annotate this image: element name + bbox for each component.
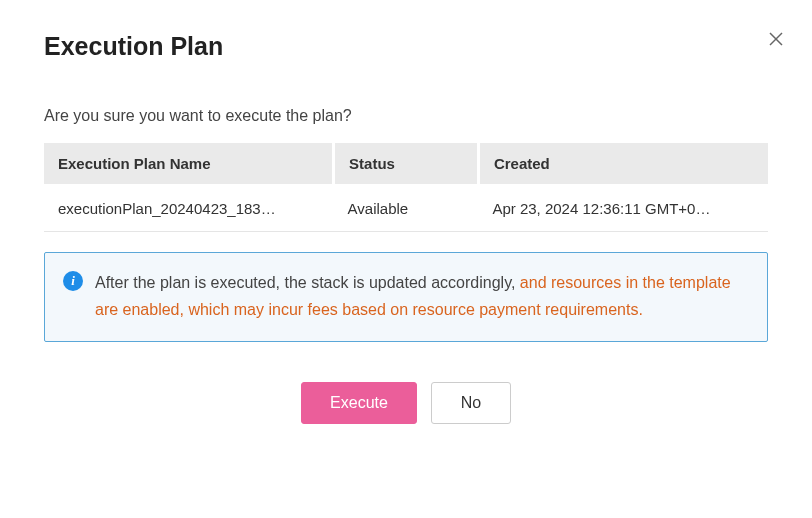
execution-plan-dialog: Execution Plan Are you sure you want to … xyxy=(0,0,812,452)
info-text-normal: After the plan is executed, the stack is… xyxy=(95,274,520,291)
cell-status: Available xyxy=(334,184,479,232)
confirm-prompt: Are you sure you want to execute the pla… xyxy=(44,107,768,125)
cell-plan-name: executionPlan_20240423_183… xyxy=(44,184,334,232)
info-notice: i After the plan is executed, the stack … xyxy=(44,252,768,342)
table-row: executionPlan_20240423_183… Available Ap… xyxy=(44,184,768,232)
header-created: Created xyxy=(478,143,768,184)
header-status: Status xyxy=(334,143,479,184)
close-button[interactable] xyxy=(764,28,788,52)
dialog-buttons: Execute No xyxy=(44,382,768,423)
close-icon xyxy=(767,30,785,48)
dialog-title: Execution Plan xyxy=(44,32,768,61)
execute-button[interactable]: Execute xyxy=(301,382,417,423)
info-text: After the plan is executed, the stack is… xyxy=(95,269,749,323)
cell-created: Apr 23, 2024 12:36:11 GMT+0… xyxy=(478,184,768,232)
header-plan-name: Execution Plan Name xyxy=(44,143,334,184)
execution-plan-table: Execution Plan Name Status Created execu… xyxy=(44,143,768,232)
info-icon: i xyxy=(63,271,83,291)
no-button[interactable]: No xyxy=(431,382,511,423)
